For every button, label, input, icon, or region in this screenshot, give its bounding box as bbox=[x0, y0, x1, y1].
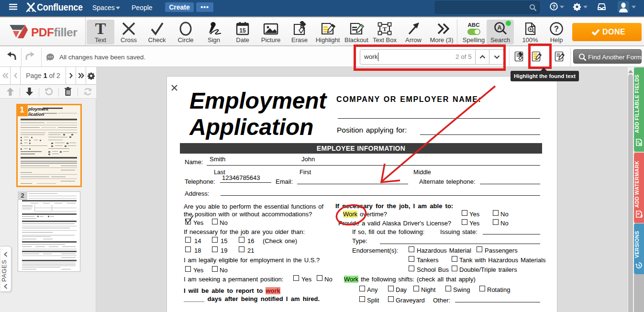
svg-text:A: A bbox=[640, 213, 643, 218]
